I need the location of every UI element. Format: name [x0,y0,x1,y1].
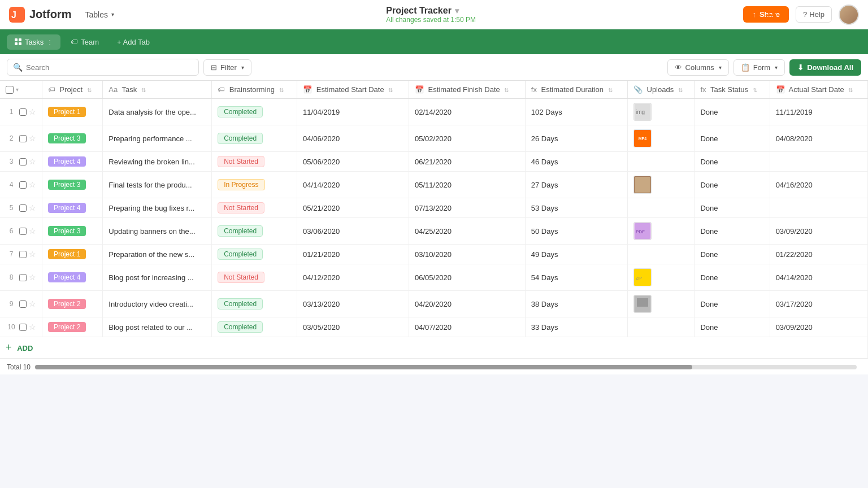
horizontal-scrollbar[interactable] [35,365,857,369]
row-checkbox[interactable] [19,251,27,258]
star-icon[interactable]: ☆ [29,226,36,236]
tasks-options-icon[interactable]: ⋮ [47,39,53,45]
project-badge: Project 4 [48,156,86,167]
avatar[interactable] [839,5,859,25]
cell-est-start: 04/06/2020 [297,125,409,152]
star-icon[interactable]: ☆ [29,107,36,116]
cell-est-finish: 06/05/2020 [409,264,525,291]
header-project[interactable]: 🏷 Project ⇅ [42,81,103,99]
star-icon[interactable]: ☆ [29,134,36,143]
tag-col-icon: 🏷 [48,85,55,94]
add-tab-label: + Add Tab [117,38,150,46]
cell-project: Project 4 [42,264,103,291]
cell-brainstorming: Not Started [212,198,297,218]
sort-icon: ⇅ [608,87,613,93]
row-number: 8 [6,273,17,281]
search-input[interactable] [26,63,193,72]
cell-est-duration: 54 Days [525,264,627,291]
filter-button[interactable]: ⊟ Filter ▾ [203,59,251,76]
row-number: 6 [6,227,17,235]
sort-icon: ⇅ [388,87,393,93]
add-button[interactable]: + ADD [0,337,868,359]
cell-est-start: 01/21/2020 [297,245,409,264]
tag2-col-icon: 🏷 [218,85,225,94]
row-controls: 7 ☆ [0,245,42,264]
tab-tasks[interactable]: Tasks ⋮ [7,34,60,50]
header-task-status[interactable]: fx Task Status ⇅ [695,81,770,99]
clip-col-icon: 📎 [633,85,643,94]
star-icon[interactable]: ☆ [29,273,36,282]
sort-icon: ⇅ [678,87,683,93]
star-icon[interactable]: ☆ [29,299,36,308]
nav-left: J Jotform Tables ▾ [9,7,119,23]
star-icon[interactable]: ☆ [29,180,36,189]
star-icon[interactable]: ☆ [29,323,36,332]
header-checkbox-col: ▾ [0,81,42,99]
row-checkbox[interactable] [19,158,27,165]
header-uploads[interactable]: 📎 Uploads ⇅ [627,81,695,99]
cell-est-duration: 102 Days [525,99,627,125]
row-checkbox[interactable] [19,300,27,308]
columns-button[interactable]: 👁 Columns ▾ [667,59,729,76]
sort-icon: ⇅ [141,87,146,93]
row-checkbox[interactable] [19,135,27,142]
brainstorming-badge: Completed [218,298,263,310]
tables-button[interactable]: Tables ▾ [80,8,118,21]
nav-center: Project Tracker ▾ All changes saved at 1… [386,6,476,24]
toolbar: 🔍 ⊟ Filter ▾ 👁 Columns ▾ 📋 Form ▾ ⬇ Down… [0,54,868,81]
star-icon[interactable]: ☆ [29,203,36,212]
row-checkbox[interactable] [19,274,27,281]
add-row[interactable]: + ADD [0,337,868,359]
row-number: 5 [6,204,17,212]
project-subtitle: All changes saved at 1:50 PM [386,16,476,24]
brainstorming-badge: Not Started [218,272,264,283]
share-button[interactable]: ↑ Share [743,6,789,23]
top-nav: J Jotform Tables ▾ Project Tracker ▾ All… [0,0,868,29]
row-checkbox[interactable] [19,204,27,212]
cell-uploads: PDF [627,218,695,245]
title-dropdown-icon[interactable]: ▾ [455,6,459,15]
add-tab-button[interactable]: + Add Tab [109,34,158,50]
cell-uploads [627,198,695,218]
logo[interactable]: J Jotform [9,7,71,23]
search-box[interactable]: 🔍 [7,59,199,76]
cell-actual-start: 11/11/2019 [770,99,867,125]
header-task[interactable]: Aa Task ⇅ [103,81,212,99]
cell-task-status: Done [695,218,770,245]
row-controls: 9 ☆ [0,291,42,317]
cell-est-finish: 04/07/2020 [409,317,525,337]
form-chevron-icon: ▾ [775,64,778,71]
header-expand-icon[interactable]: ▾ [16,86,19,93]
tab-team[interactable]: 🏷 Team [63,34,107,50]
cell-brainstorming: Completed [212,99,297,125]
cell-task: Final tests for the produ... [103,172,212,198]
team-tab-label: Team [81,38,99,46]
row-number: 1 [6,108,17,116]
form-button[interactable]: 📋 Form ▾ [734,59,785,76]
columns-icon: 👁 [675,63,682,72]
brainstorming-badge: Completed [218,249,263,260]
select-all-checkbox[interactable] [6,86,14,94]
header-actual-start[interactable]: 📅 Actual Start Date ⇅ [770,81,867,99]
cell-actual-start: 04/14/2020 [770,264,867,291]
row-checkbox[interactable] [19,228,27,235]
help-button[interactable]: ? Help [796,6,832,23]
project-badge: Project 3 [48,133,86,143]
row-checkbox[interactable] [19,108,27,116]
header-est-finish[interactable]: 📅 Estimated Finish Date ⇅ [409,81,525,99]
download-all-button[interactable]: ⬇ Download All [789,59,861,76]
star-icon[interactable]: ☆ [29,250,36,259]
project-badge: Project 3 [48,226,86,236]
cell-task-status: Done [695,125,770,152]
row-checkbox[interactable] [19,324,27,331]
star-icon[interactable]: ☆ [29,157,36,166]
header-est-duration[interactable]: fx Estimated Duration ⇅ [525,81,627,99]
row-checkbox[interactable] [19,181,27,189]
cell-est-start: 04/14/2020 [297,172,409,198]
table-row: 5 ☆ Project 4 Preparing the bug fixes r.… [0,198,868,218]
cell-task-status: Done [695,317,770,337]
share-icon: ↑ [752,10,756,19]
header-brainstorming[interactable]: 🏷 Brainstorming ⇅ [212,81,297,99]
project-title: Project Tracker ▾ [386,6,476,16]
header-est-start[interactable]: 📅 Estimated Start Date ⇅ [297,81,409,99]
